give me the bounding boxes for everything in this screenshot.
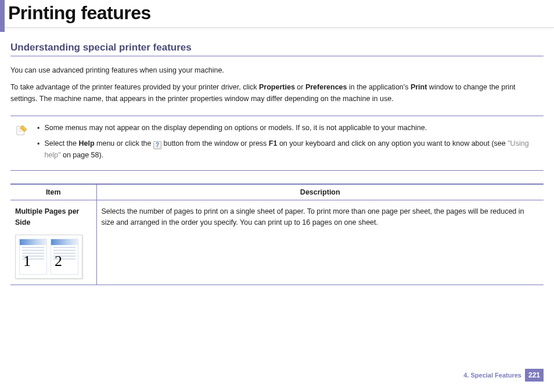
bullet-icon: • [37,138,39,161]
page-title: Printing features [0,0,554,27]
mini-page-2: 2 [51,239,78,275]
page-footer: 4. Special Features 221 [463,369,544,382]
bold-f1: F1 [269,139,278,148]
text: menu or click the [95,139,153,148]
mini-page-1: 1 [19,239,47,275]
item-description: Selects the number of pages to print on … [96,200,544,285]
table-row: Multiple Pages per Side 1 2 [10,200,544,285]
bold-preferences: Preferences [305,83,347,91]
note-pencil-icon [15,123,28,136]
help-question-icon: ? [153,141,161,149]
note-item-1: • Some menus may not appear on the displ… [37,122,539,134]
text: Select the [44,139,78,148]
note-text: Some menus may not appear on the display… [44,122,539,134]
accent-bar [0,0,5,32]
intro-paragraph-2: To take advantage of the printer feature… [10,81,544,105]
note-box: • Some menus may not appear on the displ… [10,116,544,171]
note-item-2: • Select the Help menu or click the ? bu… [37,138,539,161]
bold-print: Print [411,83,427,91]
intro-paragraph-1: You can use advanced printing features w… [10,64,544,77]
col-header-description: Description [96,184,544,200]
footer-chapter: 4. Special Features [463,372,521,379]
col-header-item: Item [10,184,96,200]
footer-page-number: 221 [525,369,544,382]
features-table: Item Description Multiple Pages per Side… [10,184,544,285]
bold-help: Help [78,139,94,148]
text: To take advantage of the printer feature… [10,83,259,91]
section-rule [10,56,544,56]
title-underline [0,27,554,28]
text: on page 58). [60,151,103,159]
text: in the application's [347,83,411,91]
multiple-pages-thumbnail: 1 2 [15,235,82,279]
text: or [295,83,305,91]
bold-properties: Properties [259,83,295,91]
thumb-number-2: 2 [55,250,62,273]
text: button from the window or press [161,139,269,148]
text: on your keyboard and click on any option… [277,139,508,148]
note-text: Select the Help menu or click the ? butt… [44,138,539,161]
item-label: Multiple Pages per Side [15,206,92,229]
bullet-icon: • [37,122,39,134]
thumb-number-1: 1 [23,250,31,273]
section-heading: Understanding special printer features [10,42,544,53]
